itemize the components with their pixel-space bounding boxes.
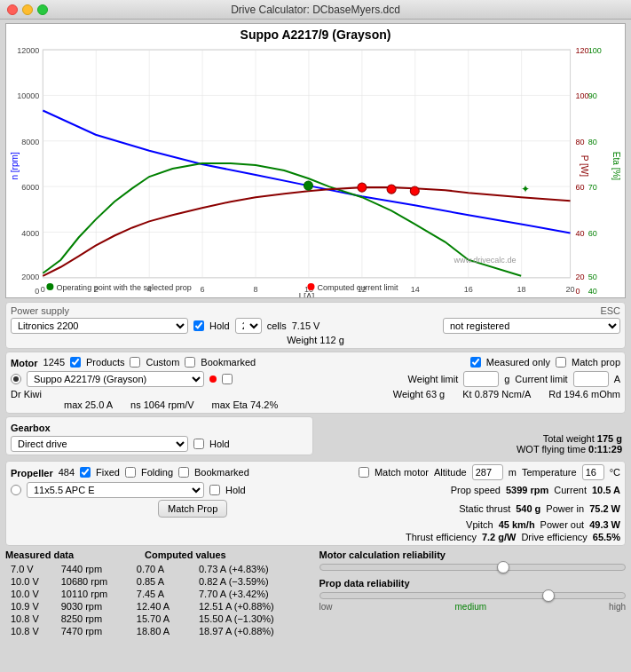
svg-point-55 — [358, 183, 367, 192]
cells-select[interactable]: 2 — [235, 318, 262, 334]
match-prop-button[interactable]: Match Prop — [158, 500, 227, 518]
close-button[interactable] — [7, 4, 18, 15]
gearbox-hold-label: Hold — [209, 439, 230, 449]
svg-text:6000: 6000 — [21, 183, 39, 192]
maximize-button[interactable] — [37, 4, 48, 15]
measured-title: Measured data — [5, 549, 74, 560]
match-prop-checkbox[interactable] — [556, 357, 566, 368]
prop-radio[interactable] — [11, 485, 21, 495]
products-checkbox[interactable] — [70, 357, 81, 368]
battery-select[interactable]: Litronics 2200 — [11, 318, 188, 334]
hold-label: Hold — [209, 320, 230, 331]
prop-slider-track[interactable] — [319, 592, 627, 599]
svg-text:4000: 4000 — [21, 229, 39, 238]
vpitch-value: 45 km/h — [499, 519, 535, 530]
custom-checkbox[interactable] — [130, 357, 140, 368]
prop-select[interactable]: 11x5.5 APC E — [27, 482, 204, 498]
svg-text:120: 120 — [576, 46, 589, 55]
match-motor-checkbox[interactable] — [359, 467, 369, 478]
table-row: 10.0 V10110 rpm7.45 A7.70 A (+3.42%) — [7, 589, 311, 599]
svg-text:P [W]: P [W] — [580, 155, 589, 178]
measured-only-checkbox[interactable] — [470, 357, 481, 368]
temperature-input[interactable] — [582, 464, 604, 480]
chart-title: Suppo A2217/9 (Grayson) — [6, 24, 625, 42]
motor-radio[interactable] — [11, 374, 21, 384]
weight-limit-input[interactable] — [463, 371, 499, 387]
power-out-label: Power out — [540, 519, 585, 530]
current-unit: A — [614, 374, 620, 384]
motor-slider-track[interactable] — [319, 564, 627, 571]
weight-label: Weight — [287, 335, 317, 345]
main-content: Suppo A2217/9 (Grayson) — [0, 20, 631, 642]
title-bar: Drive Calculator: DCbaseMyers.dcd — [0, 0, 631, 20]
prop-speed-value: 5399 rpm — [506, 485, 548, 495]
measured-only-label: Measured only — [486, 357, 550, 368]
svg-text:80: 80 — [588, 138, 597, 146]
altitude-input[interactable] — [472, 464, 503, 480]
svg-text:0: 0 — [576, 287, 580, 296]
svg-text:60: 60 — [588, 229, 597, 238]
fixed-checkbox[interactable] — [80, 467, 91, 478]
motor-slider-thumb[interactable] — [497, 561, 509, 573]
motor-section: Motor 1245 Products Custom Bookmarked Me… — [5, 352, 626, 414]
computed-title: Computed values — [145, 549, 226, 560]
svg-text:✦: ✦ — [521, 183, 530, 195]
prop-bookmarked-checkbox[interactable] — [178, 467, 189, 478]
altitude-label: Altitude — [434, 467, 467, 478]
thrust-eff-value: 7.2 g/W — [482, 532, 517, 542]
gearbox-section: Gearbox Direct drive Hold — [5, 416, 313, 455]
svg-text:12000: 12000 — [17, 46, 39, 55]
chart-svg: 12000 10000 8000 6000 4000 2000 0 n [rpm… — [6, 45, 625, 297]
svg-text:100: 100 — [588, 46, 602, 55]
svg-text:I [A]: I [A] — [298, 292, 314, 297]
svg-text:20: 20 — [565, 285, 574, 294]
svg-text:8000: 8000 — [21, 138, 39, 146]
svg-text:2000: 2000 — [21, 273, 39, 281]
prop-hold-label: Hold — [225, 485, 246, 495]
propeller-section: Propeller 484 Fixed Folding Bookmarked M… — [5, 461, 626, 546]
prop-hold-checkbox[interactable] — [209, 485, 220, 495]
match-motor-label: Match motor — [375, 467, 429, 478]
folding-label: Folding — [141, 467, 173, 478]
motor-eta: max Eta 74.2% — [212, 399, 279, 410]
power-out-value: 49.3 W — [589, 519, 620, 530]
svg-text:Computed current limit: Computed current limit — [318, 283, 398, 292]
window-title: Drive Calculator: DCbaseMyers.dcd — [231, 4, 400, 16]
svg-text:60: 60 — [576, 183, 585, 192]
svg-point-60 — [46, 283, 53, 290]
chart-area: Suppo A2217/9 (Grayson) — [5, 23, 626, 298]
bookmarked-checkbox[interactable] — [185, 357, 195, 368]
motor-reliability-section: Motor calculation reliability Prop data … — [319, 549, 627, 638]
motor-check2[interactable] — [222, 374, 233, 384]
hold-checkbox[interactable] — [193, 320, 204, 331]
products-label: Products — [86, 357, 124, 368]
bottom-section: Measured data Computed values 7.0 V7440 … — [5, 549, 626, 638]
esc-select[interactable]: not registered — [443, 318, 620, 334]
high-label: high — [609, 602, 626, 612]
svg-text:Eta [%]: Eta [%] — [611, 152, 621, 181]
weight-value: 112 g — [319, 335, 344, 345]
window-buttons — [7, 4, 48, 15]
minimize-button[interactable] — [22, 4, 33, 15]
table-row: 10.8 V7470 rpm18.80 A18.97 A (+0.88%) — [7, 626, 311, 636]
gearbox-hold-checkbox[interactable] — [193, 439, 204, 449]
svg-text:Operating point with the selec: Operating point with the selected prop — [56, 283, 191, 292]
current-limit-input[interactable] — [573, 371, 609, 387]
gearbox-select[interactable]: Direct drive — [11, 436, 188, 452]
voltage-value: 7.15 V — [292, 320, 320, 331]
svg-point-62 — [307, 283, 314, 290]
svg-text:8: 8 — [254, 285, 258, 294]
match-prop-label: Match prop — [572, 357, 620, 368]
gearbox-label: Gearbox — [11, 423, 51, 433]
motor-ns: ns 1064 rpm/V — [130, 399, 194, 410]
wot-label: WOT flying time — [517, 444, 586, 455]
svg-text:10000: 10000 — [17, 91, 39, 100]
motor-max-a: max 25.0 A — [64, 399, 113, 410]
prop-slider-thumb[interactable] — [542, 589, 555, 602]
svg-point-57 — [410, 186, 419, 195]
svg-text:80: 80 — [576, 138, 585, 146]
motor-select[interactable]: Suppo A2217/9 (Grayson) — [27, 371, 204, 387]
folding-checkbox[interactable] — [125, 467, 136, 478]
prop-slider-wrap — [319, 592, 627, 599]
motor-kt-info: Kt 0.879 Ncm/A — [462, 389, 531, 399]
